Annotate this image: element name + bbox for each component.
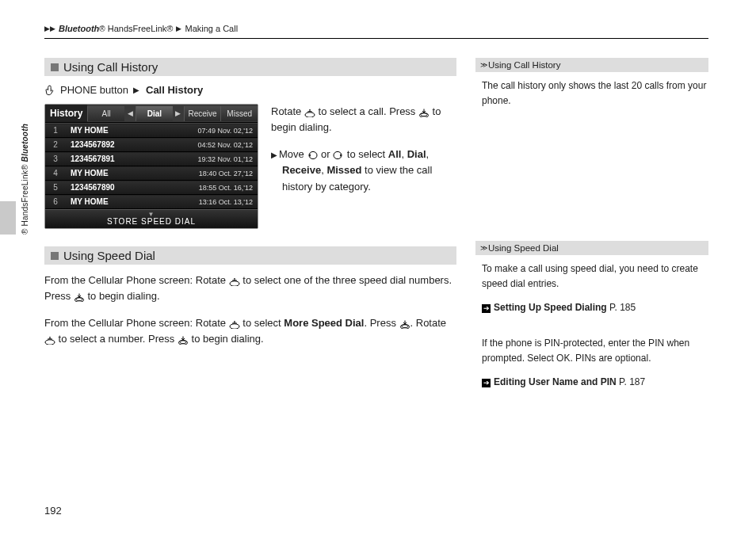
chevron-icon: ▶: [133, 86, 139, 94]
xref-edit-pin: ➔Editing User Name and PIN P. 187: [482, 375, 707, 390]
right-arrow-icon: ▶: [173, 106, 184, 120]
section-heading-call-history: Using Call History: [44, 58, 456, 76]
move-instruction: ▶Move or to select All, Dial, Receive, M…: [271, 147, 456, 194]
press-icon: [399, 319, 410, 329]
vertical-section-label: ® HandsFreeLink® Bluetooth: [21, 124, 29, 235]
table-row: 6MY HOME13:16 Oct. 13,'12: [45, 195, 258, 209]
speed-dial-para2: From the Cellular Phone screen: Rotate t…: [44, 315, 456, 347]
chevrons-icon: ≫: [480, 244, 485, 252]
section-heading-speed-dial: Using Speed Dial: [44, 246, 456, 265]
left-arrow-icon: ◀: [124, 106, 136, 120]
side-note2-body: To make a call using speed dial, you nee…: [475, 261, 708, 390]
shot-tab-dial: Dial: [136, 106, 173, 121]
side-note2-title: Using Speed Dial: [488, 243, 559, 253]
dial-icon: [229, 319, 240, 329]
crumb-seg2: HandsFreeLink®: [105, 24, 174, 33]
rotate-instruction: Rotate to select a call. Press to begin …: [271, 104, 456, 135]
table-row: 5123456789018:55 Oct. 16,'12: [45, 181, 258, 195]
side-note-heading-1: ≫ Using Call History: [475, 58, 708, 72]
section2-title: Using Speed Dial: [63, 249, 155, 262]
shot-table: 1MY HOME07:49 Nov. 02,'12 2123456789204:…: [45, 123, 258, 209]
step-path: PHONE button ▶ Call History: [44, 84, 456, 96]
side-note1-title: Using Call History: [488, 60, 560, 70]
triangle-bullet-icon: ▶: [271, 151, 277, 159]
press-icon: [74, 292, 85, 302]
side-note-heading-2: ≫ Using Speed Dial: [475, 241, 708, 255]
square-bullet-icon: [51, 252, 59, 260]
table-row: 1MY HOME07:49 Nov. 02,'12: [45, 124, 258, 138]
crumb-reg1: ®: [99, 25, 105, 33]
breadcrumb: ▶▶ Bluetooth® HandsFreeLink® ▶ Making a …: [44, 24, 708, 39]
table-row: 4MY HOME18:40 Oct. 27,'12: [45, 166, 258, 181]
move-right-icon: [333, 151, 344, 160]
shot-tab-missed: Missed: [220, 106, 258, 121]
page-edge-tab: [0, 201, 16, 235]
xref-speed-dial: ➔Setting Up Speed Dialing P. 185: [482, 300, 707, 315]
crumb-seg1: Bluetooth: [59, 24, 99, 33]
step-call-history: Call History: [146, 84, 203, 96]
device-screenshot: History All ◀ Dial ▶ Receive Missed 1MY …: [44, 104, 258, 229]
table-row: 3123456789119:32 Nov. 01,'12: [45, 152, 258, 166]
chevron-icon: ▶▶: [44, 25, 55, 32]
table-row: 2123456789204:52 Nov. 02,'12: [45, 138, 258, 152]
hand-icon: [44, 85, 55, 96]
page-number: 192: [44, 505, 62, 517]
step-phone-btn: PHONE button: [60, 84, 128, 96]
shot-tab-receive: Receive: [184, 106, 221, 121]
square-bullet-icon: [51, 63, 59, 71]
shot-label: History: [45, 105, 87, 122]
speed-dial-para1: From the Cellular Phone screen: Rotate t…: [44, 273, 456, 304]
link-box-icon: ➔: [482, 304, 491, 313]
move-left-icon: [307, 151, 318, 160]
chevron-icon: ▶: [176, 25, 181, 32]
press-icon: [178, 335, 189, 345]
side-note1-body: The call history only shows the last 20 …: [475, 78, 708, 108]
link-box-icon: ➔: [482, 379, 491, 387]
shot-footer: ▼STORE SPEED DIAL: [45, 209, 258, 228]
crumb-seg3: Making a Call: [185, 24, 238, 33]
section1-title: Using Call History: [63, 60, 158, 74]
chevrons-icon: ≫: [480, 61, 485, 69]
dial-icon: [44, 335, 55, 345]
pin-note: If the phone is PIN-protected, enter the…: [482, 336, 707, 365]
dial-icon: [229, 277, 240, 286]
shot-tab-all: All: [87, 106, 124, 121]
press-icon: [418, 108, 430, 117]
dial-icon: [304, 108, 315, 117]
